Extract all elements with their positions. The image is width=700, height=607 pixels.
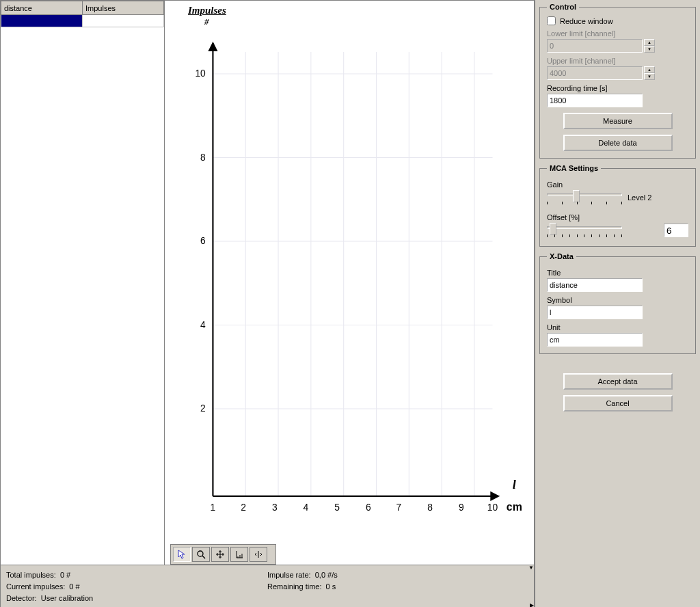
collapse-right-icon[interactable]: ▶ xyxy=(530,602,534,607)
table-header-impulses[interactable]: Impulses xyxy=(83,1,164,15)
status-remaining-val: 0 s xyxy=(326,582,336,591)
xdata-unit-label: Unit xyxy=(547,323,688,332)
svg-text:8: 8 xyxy=(200,152,206,163)
lower-limit-label: Lower limit [channel] xyxy=(547,29,688,38)
status-total-label: Total impulses: xyxy=(6,571,56,579)
offset-value-input[interactable] xyxy=(664,224,688,237)
svg-text:6: 6 xyxy=(200,235,206,246)
pointer-tool-icon[interactable] xyxy=(173,547,191,562)
chart-y-title: Impulses xyxy=(188,5,528,16)
data-table: distance Impulses xyxy=(1,1,165,565)
reduce-window-checkbox[interactable] xyxy=(547,16,556,25)
recording-time-label: Recording time [s] xyxy=(547,84,688,92)
svg-text:10: 10 xyxy=(487,502,498,513)
lower-limit-spinner: ▲ ▼ xyxy=(644,39,655,53)
chart-y-unit: # xyxy=(204,16,528,27)
chart-toolbar xyxy=(170,544,276,565)
status-current-val: 0 # xyxy=(69,582,79,591)
table-cell[interactable] xyxy=(83,15,164,27)
upper-limit-spinner: ▲ ▼ xyxy=(644,66,655,80)
lower-limit-spinner-up: ▲ xyxy=(644,39,655,46)
crosshair-tool-icon[interactable] xyxy=(211,547,229,562)
status-rate-label: Impulse rate: xyxy=(267,571,311,579)
status-current-label: Current impulses: xyxy=(6,582,65,591)
svg-text:2: 2 xyxy=(200,403,206,414)
chart-x-title: l xyxy=(513,478,516,491)
status-bar: ▼ ▶ Total impulses: 0 # Current impulses… xyxy=(1,565,534,607)
left-area: distance Impulses Impulses # xyxy=(0,0,535,607)
xdata-symbol-label: Symbol xyxy=(547,296,688,304)
lower-limit-input xyxy=(547,39,643,53)
status-detector-val: User calibration xyxy=(41,594,93,602)
svg-text:4: 4 xyxy=(200,319,206,330)
svg-text:9: 9 xyxy=(459,502,464,513)
status-rate-val: 0,0 #/s xyxy=(315,571,338,579)
collapse-down-icon[interactable]: ▼ xyxy=(528,565,534,571)
svg-text:1: 1 xyxy=(211,502,216,513)
svg-text:5: 5 xyxy=(334,502,340,513)
svg-text:3: 3 xyxy=(272,502,278,513)
control-group: Control Reduce window Lower limit [chann… xyxy=(539,3,696,159)
delete-data-button[interactable]: Delete data xyxy=(563,135,673,151)
xdata-unit-input[interactable] xyxy=(547,333,643,347)
status-total-val: 0 # xyxy=(60,571,70,579)
xdata-title-label: Title xyxy=(547,269,688,277)
accept-data-button[interactable]: Accept data xyxy=(563,373,673,390)
chart-area: Impulses # xyxy=(165,1,534,565)
status-remaining-label: Remaining time: xyxy=(267,582,321,591)
control-legend: Control xyxy=(547,3,579,11)
table-header-distance[interactable]: distance xyxy=(1,1,83,15)
cancel-button[interactable]: Cancel xyxy=(563,395,673,412)
table-row[interactable] xyxy=(1,15,164,27)
chart-plot[interactable]: 10 8 6 4 2 1 2 3 4 5 xyxy=(173,30,522,540)
table-cell-selected[interactable] xyxy=(1,15,83,27)
offset-label: Offset [%] xyxy=(547,213,688,221)
gain-slider[interactable] xyxy=(547,190,622,205)
svg-marker-15 xyxy=(491,493,498,500)
xdata-title-input[interactable] xyxy=(547,278,643,292)
split-tool-icon[interactable] xyxy=(250,547,267,562)
recording-time-input[interactable] xyxy=(547,94,643,107)
xdata-group: X-Data Title Symbol Unit xyxy=(539,252,696,354)
gain-label: Gain xyxy=(547,180,688,189)
right-panel: Control Reduce window Lower limit [chann… xyxy=(535,0,700,607)
svg-text:10: 10 xyxy=(195,68,206,79)
lower-limit-spinner-down: ▼ xyxy=(644,46,655,53)
upper-limit-spinner-up: ▲ xyxy=(644,66,655,73)
svg-text:6: 6 xyxy=(366,502,371,513)
reduce-window-label: Reduce window xyxy=(560,17,613,25)
offset-slider[interactable] xyxy=(547,223,622,238)
gain-level: Level 2 xyxy=(628,193,651,202)
upper-limit-input xyxy=(547,66,643,80)
svg-point-33 xyxy=(198,551,203,556)
upper-limit-label: Upper limit [channel] xyxy=(547,57,688,65)
chart-x-unit: cm xyxy=(507,501,522,513)
xdata-legend: X-Data xyxy=(547,252,576,260)
svg-text:8: 8 xyxy=(427,502,433,513)
svg-line-34 xyxy=(202,556,205,558)
svg-text:2: 2 xyxy=(241,502,246,513)
measure-button[interactable]: Measure xyxy=(563,113,673,129)
svg-text:4: 4 xyxy=(304,502,309,513)
axes-tool-icon[interactable] xyxy=(230,547,248,562)
upper-limit-spinner-down: ▼ xyxy=(644,73,655,80)
svg-marker-17 xyxy=(209,43,217,51)
status-detector-label: Detector: xyxy=(6,594,37,602)
svg-text:7: 7 xyxy=(396,502,402,513)
mca-legend: MCA Settings xyxy=(547,164,601,172)
mca-settings-group: MCA Settings Gain Level 2 Offset [%] xyxy=(539,164,696,247)
xdata-symbol-input[interactable] xyxy=(547,306,643,319)
zoom-tool-icon[interactable] xyxy=(192,547,210,562)
